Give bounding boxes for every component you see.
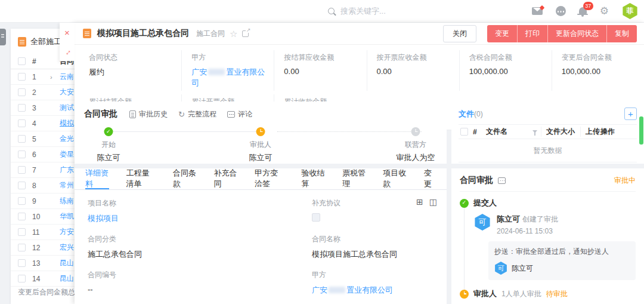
row-checkbox[interactable] [18, 73, 26, 81]
cc-note-box: 抄送：审批全部通过后，通知抄送人 可 陈立可 [488, 241, 636, 280]
tab-receipts[interactable]: 项目收款 [383, 168, 407, 189]
approval-workflow-card: 合同审批 审批历史 ↻完整流程 评论 开始 陈立可 审批 [75, 102, 447, 164]
notifications[interactable]: 37 [579, 7, 587, 16]
field-contract-name: 合同名称 模拟项目施工总承包合同 [312, 234, 436, 260]
tab-changes[interactable]: 变更 [424, 168, 436, 189]
mail-icon[interactable] [532, 7, 543, 15]
project-link[interactable]: 模拟项目 [88, 213, 312, 224]
tab-bar: 详细资料 工程量清单 合同条款 补充合同 甲方变洽签 验收结算 票税管理 项目收… [75, 168, 447, 190]
workflow-step: 审批人 陈立可 [222, 140, 299, 163]
row-checkbox[interactable] [18, 88, 26, 96]
files-empty-text: 暂无数据 [459, 139, 637, 162]
search-input[interactable] [340, 7, 436, 16]
tab-boq[interactable]: 工程量清单 [126, 168, 156, 189]
col-index: # [32, 57, 50, 66]
row-checkbox[interactable] [18, 275, 26, 282]
tab-party-a-change[interactable]: 甲方变洽签 [255, 168, 285, 189]
files-title[interactable]: 文件 [459, 109, 474, 119]
field-contract-category: 合同分类 施工总承包合同 [88, 234, 312, 260]
avatar[interactable]: 菲 [622, 3, 638, 19]
sidebar-collapse-handle[interactable] [0, 29, 6, 45]
topbar: 37 ⚙ 菲 [0, 0, 644, 23]
field-party-a: 甲方 广安置业有限公司 [181, 50, 274, 91]
column-view-icon[interactable]: ◫ [429, 197, 437, 207]
field-invoice-receivable: 按开票应收金额 0.00 [367, 50, 459, 91]
gear-icon[interactable]: ⚙ [600, 6, 609, 16]
step-current-icon [256, 127, 265, 136]
workflow-steps: 开始 陈立可 审批人 陈立可 联营方 审批人为空 [84, 124, 437, 159]
filter-icon[interactable] [532, 130, 537, 133]
party-a-link[interactable]: 广安置业有限公司 [312, 285, 436, 296]
field-project-name: 项目名称 模拟项目 [88, 198, 312, 224]
approval-timeline-card: ▸ 合同审批 审批中 提交人 可 陈立可创建了审批 [451, 168, 644, 304]
supplement-checkbox[interactable] [312, 213, 320, 222]
close-button[interactable]: 关闭 [443, 25, 476, 42]
tab-supplement[interactable]: 补充合同 [213, 168, 237, 189]
status-badge: 审批中 [614, 176, 636, 186]
approval-history-link[interactable]: 审批历史 [129, 109, 168, 119]
cycle-icon: ↻ [178, 110, 185, 118]
tab-acceptance[interactable]: 验收结算 [301, 168, 325, 189]
row-checkbox[interactable] [18, 259, 26, 267]
field-party-a-detail: 甲方 广安置业有限公司 [312, 270, 436, 296]
files-count: (0) [474, 110, 483, 118]
step-done-icon [104, 127, 113, 136]
comments-link[interactable]: 评论 [227, 109, 252, 119]
tab-tax[interactable]: 票税管理 [342, 168, 366, 189]
page-title: 模拟项目施工总承包合同 [97, 28, 189, 39]
row-checkbox[interactable] [18, 135, 26, 143]
update-status-button[interactable]: 更新合同状态 [547, 25, 606, 42]
detail-form: 项目名称 模拟项目 补充协议 合同分类 施工总承包合同 合同名称 模拟项目施工总… [75, 190, 447, 304]
select-all-checkbox[interactable] [18, 57, 26, 65]
copy-button[interactable]: 复制 [606, 25, 637, 42]
timeline-approver: 审批人 1人单人审批 待审批 [460, 288, 636, 299]
timestamp: 2024-06-11 15:03 [497, 227, 558, 235]
row-checkbox[interactable] [18, 119, 26, 127]
comment-icon[interactable] [498, 177, 506, 184]
timeline-submitter: 提交人 [460, 198, 636, 208]
row-checkbox[interactable] [18, 182, 26, 189]
party-a-link[interactable]: 广安置业有限公司 [191, 67, 268, 88]
external-link-icon[interactable] [242, 30, 249, 37]
row-expander-icon[interactable]: › [50, 73, 60, 81]
workflow-title: 合同审批 [84, 109, 117, 119]
step-waiting-icon [411, 127, 420, 136]
global-search[interactable] [328, 7, 436, 16]
star-icon[interactable]: ☆ [230, 29, 237, 38]
change-button[interactable]: 变更 [487, 25, 517, 42]
detail-tabs-card: 详细资料 工程量清单 合同条款 补充合同 甲方变洽签 验收结算 票税管理 项目收… [75, 168, 447, 304]
files-card: 文件 (0) + # 文件名 文件大小 上传人 操作 暂无数据 [451, 102, 644, 164]
row-checkbox[interactable] [18, 197, 26, 205]
approval-timeline: 提交人 可 陈立可创建了审批 2024-06-11 15:03 抄送：审批全部通… [460, 198, 636, 304]
row-checkbox[interactable] [18, 228, 26, 236]
row-checkbox[interactable] [18, 104, 26, 112]
files-select-all-checkbox[interactable] [460, 128, 468, 136]
field-contract-no: 合同编号 -- [88, 270, 312, 296]
add-file-button[interactable]: + [624, 108, 637, 120]
row-checkbox[interactable] [18, 166, 26, 174]
close-icon[interactable]: × [60, 23, 75, 42]
scrollbar-thumb[interactable] [639, 116, 643, 145]
row-checkbox[interactable] [18, 244, 26, 251]
files-table-header: # 文件名 文件大小 上传人 操作 [459, 124, 637, 139]
print-button[interactable]: 打印 [517, 25, 547, 42]
redacted-text [208, 69, 225, 75]
full-process-link[interactable]: ↻完整流程 [178, 109, 216, 119]
field-tax-amount: 含税合同金额 100,000.00 [459, 50, 552, 91]
grid-view-icon[interactable]: ⊞ [416, 197, 423, 207]
chat-icon[interactable] [556, 6, 566, 16]
row-checkbox[interactable] [18, 151, 26, 158]
row-checkbox[interactable] [18, 213, 26, 220]
contract-detail-drawer: × ↔ 模拟项目施工总承包合同 施工合同 ☆ 关闭 变更 打印 更新合同状态 复… [75, 23, 644, 304]
workflow-step: 开始 陈立可 [70, 140, 147, 163]
cc-person: 可 陈立可 [494, 262, 630, 275]
notification-badge: 37 [583, 2, 593, 10]
submitter-person: 可 陈立可创建了审批 2024-06-11 15:03 [474, 214, 636, 235]
tab-detail-info[interactable]: 详细资料 [85, 168, 109, 189]
drawer-controls: × ↔ [60, 23, 75, 61]
avatar: 可 [474, 214, 491, 231]
tab-terms[interactable]: 合同条款 [173, 168, 197, 189]
approval-title: 合同审批 [460, 175, 493, 186]
workflow-step: 联营方 审批人为空 [377, 140, 454, 163]
search-icon [328, 8, 335, 14]
